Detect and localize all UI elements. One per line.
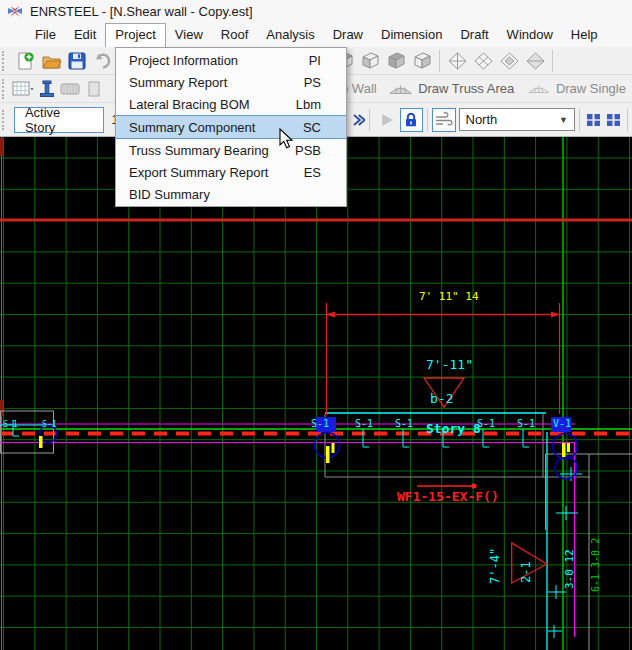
wall-tool-button[interactable] xyxy=(82,77,105,101)
stud-label-small: S-1 xyxy=(42,420,57,429)
panel-button[interactable] xyxy=(58,77,81,101)
diamond-view-4-button[interactable] xyxy=(522,49,548,73)
layout-grid-button-2[interactable] xyxy=(604,108,624,132)
save-icon xyxy=(67,51,87,71)
menu-item-label: Truss Summary Bearing xyxy=(129,143,269,158)
toolbar-grip[interactable] xyxy=(2,110,9,130)
lock-button[interactable] xyxy=(400,108,423,132)
right-wall-dim-cyan: 3-0 12 xyxy=(563,549,576,589)
anchor-mark xyxy=(326,446,330,463)
menu-view[interactable]: View xyxy=(166,23,212,47)
toolbar-separator xyxy=(369,109,370,131)
menu-roof[interactable]: Roof xyxy=(212,23,257,47)
dimension-text-top: 7' 11" 14 xyxy=(419,290,479,303)
save-button[interactable] xyxy=(64,49,90,73)
active-story-label: Active Story xyxy=(25,105,93,135)
single-truss-icon xyxy=(528,82,550,95)
app-logo-icon xyxy=(7,4,23,20)
grid-table-icon xyxy=(12,79,34,99)
title-bar: ENRSTEEL - [N.Shear wall - Copy.est] xyxy=(0,0,632,24)
toolbar-grip[interactable] xyxy=(2,51,9,71)
menu-draw[interactable]: Draw xyxy=(324,23,372,47)
stud-label: S-1 xyxy=(517,418,535,429)
stud-label: S-1 xyxy=(395,418,413,429)
chevron-down-icon: ▼ xyxy=(559,115,568,125)
wind-direction-select[interactable]: North ▼ xyxy=(459,108,576,131)
anchor-mark xyxy=(567,443,570,452)
lock-icon xyxy=(402,111,420,129)
menu-item-project-information[interactable]: Project Information PI xyxy=(116,49,346,71)
toolbar-grip[interactable] xyxy=(2,79,9,99)
toolbar-separator xyxy=(552,50,553,72)
wind-direction-value: North xyxy=(466,112,498,127)
diamond-view-1-button[interactable] xyxy=(444,49,470,73)
menu-item-export-summary-report[interactable]: Export Summary Report ES xyxy=(116,161,346,183)
menu-help[interactable]: Help xyxy=(562,23,607,47)
menu-project[interactable]: Project xyxy=(105,23,165,47)
grid-lines xyxy=(0,137,632,650)
view-cube-3-button[interactable] xyxy=(383,49,409,73)
diamond-view-2-button[interactable] xyxy=(470,49,496,73)
stud-label-v1: V-1 xyxy=(553,418,571,429)
anchor-mark xyxy=(332,443,335,453)
open-folder-icon xyxy=(41,51,62,71)
fast-forward-icon[interactable] xyxy=(352,113,366,127)
column-base-button[interactable] xyxy=(35,77,58,101)
menu-item-label: Project Information xyxy=(129,53,238,68)
wind-icon xyxy=(435,112,453,128)
cad-drawing: 7' 11" 14 7'-11" b-2 S-1 S-1 S-1 S-1 S-1… xyxy=(0,137,632,650)
story-label: Story 8 xyxy=(426,421,481,436)
diamond-view-3-icon xyxy=(500,52,519,70)
mouse-cursor xyxy=(279,128,295,150)
menu-item-label: Summary Report xyxy=(129,75,227,90)
draw-truss-area-button[interactable]: Draw Truss Area xyxy=(418,81,514,96)
grid-settings-button[interactable] xyxy=(12,77,35,101)
menu-item-shortcut: Lbm xyxy=(296,97,321,112)
menu-item-truss-summary-bearing[interactable]: Truss Summary Bearing PSB xyxy=(116,139,346,161)
menu-item-label: Export Summary Report xyxy=(129,165,268,180)
cube-view-4-icon xyxy=(412,51,432,70)
menu-item-shortcut: PI xyxy=(309,53,321,68)
new-document-button[interactable] xyxy=(12,49,38,73)
truss-area-icon xyxy=(389,82,412,96)
menu-analysis[interactable]: Analysis xyxy=(257,23,323,47)
grid-four-icon xyxy=(606,113,621,127)
diamond-view-3-button[interactable] xyxy=(496,49,522,73)
project-menu-popup: Project Information PI Summary Report PS… xyxy=(115,47,347,207)
wind-direction-button[interactable] xyxy=(432,108,455,132)
roof-panel-icon xyxy=(59,79,81,99)
menu-item-bid-summary[interactable]: BID Summary xyxy=(116,183,346,205)
cube-view-3-icon xyxy=(386,51,406,70)
anchor-mark xyxy=(562,443,566,457)
menu-bar: File Edit Project View Roof Analysis Dra… xyxy=(0,23,632,47)
run-button[interactable] xyxy=(374,108,399,132)
active-story-button[interactable]: Active Story xyxy=(14,107,104,133)
draw-single-button[interactable]: Draw Single xyxy=(556,81,626,96)
undo-button[interactable] xyxy=(90,49,116,73)
menu-item-shortcut: ES xyxy=(304,165,321,180)
menu-item-label: Summary Component xyxy=(129,120,255,135)
view-cube-2-button[interactable] xyxy=(357,49,383,73)
menu-item-summary-component[interactable]: Summary Component SC xyxy=(116,115,346,139)
view-cube-4-button[interactable] xyxy=(409,49,435,73)
undo-icon xyxy=(93,51,113,71)
menu-edit[interactable]: Edit xyxy=(65,23,105,47)
menu-item-lateral-bracing-bom[interactable]: Lateral Bracing BOM Lbm xyxy=(116,93,346,115)
layout-grid-button-1[interactable] xyxy=(584,108,604,132)
menu-window[interactable]: Window xyxy=(498,23,562,47)
toolbar-separator xyxy=(627,109,628,131)
menu-draft[interactable]: Draft xyxy=(451,23,497,47)
stud-label: S-1 xyxy=(355,418,373,429)
menu-item-summary-report[interactable]: Summary Report PS xyxy=(116,71,346,93)
window-title: ENRSTEEL - [N.Shear wall - Copy.est] xyxy=(30,4,253,19)
dimension-text-right: 7'-4" xyxy=(488,548,502,584)
toolbar-separator xyxy=(439,50,440,72)
cube-view-2-icon xyxy=(360,51,380,70)
drawing-canvas[interactable]: 7' 11" 14 7'-11" b-2 S-1 S-1 S-1 S-1 S-1… xyxy=(0,137,632,650)
toolbar-separator xyxy=(579,109,580,131)
menu-dimension[interactable]: Dimension xyxy=(372,23,451,47)
open-button[interactable] xyxy=(38,49,64,73)
anchor-mark xyxy=(39,436,43,448)
menu-item-shortcut: SC xyxy=(303,120,321,135)
menu-file[interactable]: File xyxy=(26,23,65,47)
